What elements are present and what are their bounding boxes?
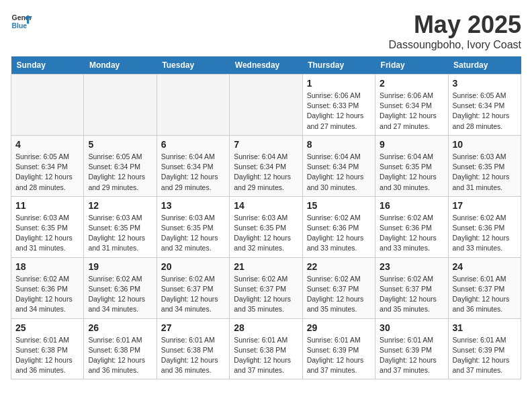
day-info: Sunrise: 6:04 AM Sunset: 6:34 PM Dayligh… [307, 152, 371, 193]
day-info: Sunrise: 6:05 AM Sunset: 6:34 PM Dayligh… [15, 152, 79, 193]
day-info: Sunrise: 6:03 AM Sunset: 6:35 PM Dayligh… [234, 213, 298, 254]
calendar-cell: 4Sunrise: 6:05 AM Sunset: 6:34 PM Daylig… [11, 135, 84, 196]
day-info: Sunrise: 6:01 AM Sunset: 6:38 PM Dayligh… [15, 335, 79, 376]
day-info: Sunrise: 6:01 AM Sunset: 6:39 PM Dayligh… [453, 335, 517, 376]
day-info: Sunrise: 6:06 AM Sunset: 6:34 PM Dayligh… [380, 91, 443, 132]
weekday-header-tuesday: Tuesday [157, 56, 229, 75]
day-number: 19 [88, 261, 152, 272]
day-info: Sunrise: 6:02 AM Sunset: 6:37 PM Dayligh… [234, 274, 298, 315]
calendar-cell: 20Sunrise: 6:02 AM Sunset: 6:37 PM Dayli… [157, 257, 229, 318]
day-number: 28 [234, 322, 298, 333]
day-number: 11 [15, 200, 79, 211]
day-number: 20 [161, 261, 225, 272]
calendar-cell: 23Sunrise: 6:02 AM Sunset: 6:37 PM Dayli… [375, 257, 448, 318]
day-number: 30 [380, 322, 443, 333]
day-number: 27 [161, 322, 225, 333]
calendar-cell: 11Sunrise: 6:03 AM Sunset: 6:35 PM Dayli… [11, 196, 84, 257]
calendar-cell [157, 75, 229, 136]
calendar-cell: 26Sunrise: 6:01 AM Sunset: 6:38 PM Dayli… [84, 318, 157, 379]
calendar-cell: 9Sunrise: 6:04 AM Sunset: 6:35 PM Daylig… [375, 135, 448, 196]
day-number: 29 [307, 322, 371, 333]
calendar-cell: 8Sunrise: 6:04 AM Sunset: 6:34 PM Daylig… [302, 135, 375, 196]
day-info: Sunrise: 6:02 AM Sunset: 6:36 PM Dayligh… [380, 213, 443, 254]
calendar-cell: 6Sunrise: 6:04 AM Sunset: 6:34 PM Daylig… [157, 135, 229, 196]
day-number: 8 [307, 139, 371, 150]
calendar-cell: 3Sunrise: 6:05 AM Sunset: 6:34 PM Daylig… [448, 75, 521, 136]
day-info: Sunrise: 6:02 AM Sunset: 6:36 PM Dayligh… [88, 274, 152, 315]
day-number: 31 [453, 322, 517, 333]
day-number: 23 [380, 261, 443, 272]
weekday-header-friday: Friday [375, 56, 448, 75]
weekday-header-row: SundayMondayTuesdayWednesdayThursdayFrid… [11, 56, 521, 75]
calendar-week-2: 4Sunrise: 6:05 AM Sunset: 6:34 PM Daylig… [11, 135, 521, 196]
day-number: 26 [88, 322, 152, 333]
day-number: 6 [161, 139, 225, 150]
day-number: 22 [307, 261, 371, 272]
day-number: 25 [15, 322, 79, 333]
calendar-cell: 28Sunrise: 6:01 AM Sunset: 6:38 PM Dayli… [230, 318, 302, 379]
day-number: 17 [453, 200, 517, 211]
calendar-cell [84, 75, 157, 136]
day-number: 13 [161, 200, 225, 211]
calendar-cell: 19Sunrise: 6:02 AM Sunset: 6:36 PM Dayli… [84, 257, 157, 318]
calendar-week-3: 11Sunrise: 6:03 AM Sunset: 6:35 PM Dayli… [11, 196, 521, 257]
calendar-cell: 13Sunrise: 6:03 AM Sunset: 6:35 PM Dayli… [157, 196, 229, 257]
calendar-cell: 31Sunrise: 6:01 AM Sunset: 6:39 PM Dayli… [448, 318, 521, 379]
svg-text:Blue: Blue [12, 22, 28, 30]
day-info: Sunrise: 6:01 AM Sunset: 6:39 PM Dayligh… [307, 335, 371, 376]
day-info: Sunrise: 6:04 AM Sunset: 6:35 PM Dayligh… [380, 152, 443, 193]
calendar-week-4: 18Sunrise: 6:02 AM Sunset: 6:36 PM Dayli… [11, 257, 521, 318]
day-info: Sunrise: 6:01 AM Sunset: 6:37 PM Dayligh… [453, 274, 517, 315]
day-info: Sunrise: 6:04 AM Sunset: 6:34 PM Dayligh… [161, 152, 225, 193]
day-number: 12 [88, 200, 152, 211]
logo-icon: General Blue [11, 11, 32, 32]
calendar-cell: 10Sunrise: 6:03 AM Sunset: 6:35 PM Dayli… [448, 135, 521, 196]
calendar-cell: 16Sunrise: 6:02 AM Sunset: 6:36 PM Dayli… [375, 196, 448, 257]
logo: General Blue [11, 11, 32, 32]
calendar-cell: 7Sunrise: 6:04 AM Sunset: 6:34 PM Daylig… [230, 135, 302, 196]
day-info: Sunrise: 6:04 AM Sunset: 6:34 PM Dayligh… [234, 152, 298, 193]
calendar-week-5: 25Sunrise: 6:01 AM Sunset: 6:38 PM Dayli… [11, 318, 521, 379]
day-number: 24 [453, 261, 517, 272]
day-info: Sunrise: 6:05 AM Sunset: 6:34 PM Dayligh… [453, 91, 517, 132]
calendar-cell: 18Sunrise: 6:02 AM Sunset: 6:36 PM Dayli… [11, 257, 84, 318]
day-info: Sunrise: 6:02 AM Sunset: 6:36 PM Dayligh… [307, 213, 371, 254]
calendar-cell: 12Sunrise: 6:03 AM Sunset: 6:35 PM Dayli… [84, 196, 157, 257]
title-area: May 2025 Dassoungboho, Ivory Coast [389, 11, 521, 51]
day-number: 4 [15, 139, 79, 150]
calendar-cell: 15Sunrise: 6:02 AM Sunset: 6:36 PM Dayli… [302, 196, 375, 257]
day-info: Sunrise: 6:01 AM Sunset: 6:38 PM Dayligh… [88, 335, 152, 376]
location-subtitle: Dassoungboho, Ivory Coast [389, 39, 521, 51]
calendar-cell: 21Sunrise: 6:02 AM Sunset: 6:37 PM Dayli… [230, 257, 302, 318]
calendar-cell: 29Sunrise: 6:01 AM Sunset: 6:39 PM Dayli… [302, 318, 375, 379]
weekday-header-sunday: Sunday [11, 56, 84, 75]
day-number: 21 [234, 261, 298, 272]
day-info: Sunrise: 6:02 AM Sunset: 6:37 PM Dayligh… [307, 274, 371, 315]
day-info: Sunrise: 6:03 AM Sunset: 6:35 PM Dayligh… [161, 213, 225, 254]
month-year-title: May 2025 [389, 11, 521, 39]
day-number: 14 [234, 200, 298, 211]
calendar-cell: 22Sunrise: 6:02 AM Sunset: 6:37 PM Dayli… [302, 257, 375, 318]
day-info: Sunrise: 6:01 AM Sunset: 6:38 PM Dayligh… [161, 335, 225, 376]
calendar-cell: 2Sunrise: 6:06 AM Sunset: 6:34 PM Daylig… [375, 75, 448, 136]
day-info: Sunrise: 6:02 AM Sunset: 6:36 PM Dayligh… [15, 274, 79, 315]
day-info: Sunrise: 6:01 AM Sunset: 6:38 PM Dayligh… [234, 335, 298, 376]
calendar-week-1: 1Sunrise: 6:06 AM Sunset: 6:33 PM Daylig… [11, 75, 521, 136]
day-info: Sunrise: 6:02 AM Sunset: 6:37 PM Dayligh… [380, 274, 443, 315]
weekday-header-saturday: Saturday [448, 56, 521, 75]
weekday-header-wednesday: Wednesday [230, 56, 302, 75]
day-number: 7 [234, 139, 298, 150]
day-number: 2 [380, 78, 443, 89]
day-number: 10 [453, 139, 517, 150]
calendar-cell: 5Sunrise: 6:05 AM Sunset: 6:34 PM Daylig… [84, 135, 157, 196]
day-number: 1 [307, 78, 371, 89]
calendar-table: SundayMondayTuesdayWednesdayThursdayFrid… [11, 56, 521, 379]
day-info: Sunrise: 6:06 AM Sunset: 6:33 PM Dayligh… [307, 91, 371, 132]
calendar-cell: 27Sunrise: 6:01 AM Sunset: 6:38 PM Dayli… [157, 318, 229, 379]
day-number: 5 [88, 139, 152, 150]
day-number: 16 [380, 200, 443, 211]
weekday-header-monday: Monday [84, 56, 157, 75]
day-number: 9 [380, 139, 443, 150]
calendar-cell: 14Sunrise: 6:03 AM Sunset: 6:35 PM Dayli… [230, 196, 302, 257]
day-info: Sunrise: 6:03 AM Sunset: 6:35 PM Dayligh… [453, 152, 517, 193]
